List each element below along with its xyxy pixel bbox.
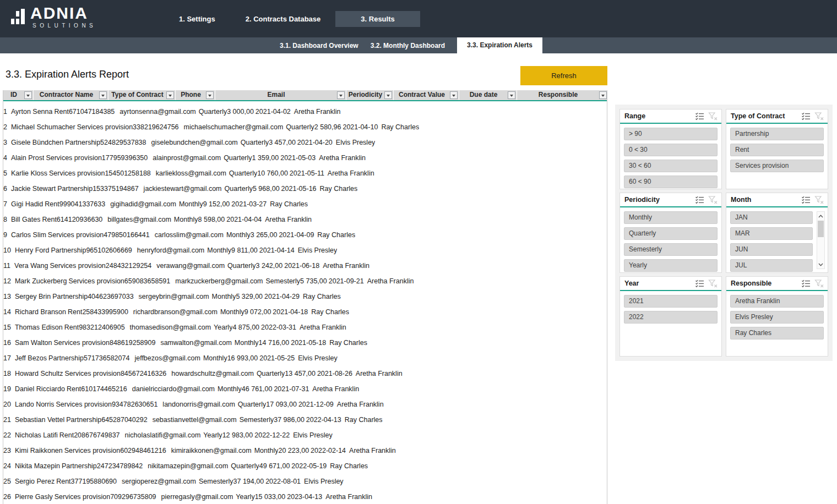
slicer-item[interactable]: Monthly	[624, 211, 718, 224]
slicer-item[interactable]: Elvis Presley	[730, 311, 824, 324]
filter-dropdown-value[interactable]	[450, 91, 458, 99]
scroll-up-icon[interactable]	[817, 212, 824, 220]
filter-dropdown-email[interactable]	[337, 91, 345, 99]
cell-type: Services provision	[53, 493, 110, 501]
cell-responsible: Ray Charles	[342, 416, 383, 424]
slicer-item[interactable]: MAR	[730, 227, 813, 240]
filter-dropdown-phone[interactable]	[206, 91, 214, 99]
column-header-email: Email	[215, 90, 346, 100]
cell-responsible: Aretha Franklin	[316, 154, 366, 162]
cell-value: 9 072,00	[244, 308, 273, 316]
slicer-item[interactable]: > 90	[624, 128, 718, 140]
filter-dropdown-id[interactable]	[24, 91, 32, 99]
cell-value: 17 093,00	[266, 401, 298, 408]
cell-value: 9 811,00	[231, 246, 259, 254]
clear-filter-icon[interactable]	[708, 112, 718, 120]
scrollbar-thumb[interactable]	[818, 221, 824, 237]
cell-responsible: Ray Charles	[300, 293, 341, 300]
table-row: 10Henry FordPartnership965102606669henry…	[3, 243, 607, 258]
cell-due: 2021-04-20	[297, 139, 333, 146]
cell-type: Partnership	[56, 185, 93, 193]
slicer-item[interactable]: Ray Charles	[730, 327, 824, 339]
slicer-item[interactable]: 0 < 30	[624, 144, 718, 156]
tab-monthly-dashboard[interactable]: 3.2. Monthly Dashboard	[371, 42, 445, 50]
slicer-header: Range	[620, 109, 721, 124]
clear-filter-icon[interactable]	[814, 112, 824, 120]
slicer-item[interactable]: 30 < 60	[624, 160, 718, 172]
cell-name: Daniel Ricciardo	[13, 385, 65, 393]
slicer-item[interactable]: 2022	[624, 311, 718, 324]
filter-dropdown-responsible[interactable]	[599, 91, 607, 99]
filter-dropdown-name[interactable]	[99, 91, 107, 99]
multi-select-icon[interactable]	[801, 279, 811, 288]
slicer-item[interactable]: JUL	[730, 259, 813, 272]
scroll-down-icon[interactable]	[817, 261, 824, 268]
cell-type: Services provision	[44, 154, 101, 162]
cell-value: 4 875,00	[232, 324, 261, 331]
refresh-button[interactable]: Refresh	[520, 66, 607, 85]
cell-phone: 614120936630	[57, 216, 106, 223]
clear-filter-icon[interactable]	[708, 279, 718, 288]
cell-phone: 404623697033	[88, 293, 137, 300]
slicer-item[interactable]: Aretha Franklin	[730, 295, 824, 308]
multi-select-icon[interactable]	[695, 112, 704, 120]
slicer-items: MonthlyQuarterlySemesterlyYearly	[620, 207, 721, 272]
slicer-responsible: ResponsibleAretha FranklinElvis PresleyR…	[726, 276, 828, 357]
cell-email: landonorris@gmail.com	[161, 401, 235, 408]
nav-settings[interactable]: 1. Settings	[179, 15, 215, 23]
filter-dropdown-due[interactable]	[508, 91, 515, 99]
slicer-item[interactable]: 60 < 90	[624, 176, 718, 188]
column-header-responsible: Responsible	[517, 90, 608, 100]
clear-filter-icon[interactable]	[814, 279, 824, 288]
slicer-periodicity: PeriodicityMonthlyQuarterlySemesterlyYea…	[619, 193, 722, 273]
cell-responsible: Ray Charles	[308, 308, 349, 316]
cell-id: 20	[3, 401, 13, 408]
filter-dropdown-type[interactable]	[166, 91, 174, 99]
clear-filter-icon[interactable]	[814, 195, 824, 204]
cell-responsible: Elvis Presley	[333, 139, 376, 146]
multi-select-icon[interactable]	[801, 195, 811, 204]
cell-id: 15	[3, 324, 13, 331]
clear-filter-icon[interactable]	[708, 195, 718, 204]
cell-type: Rent	[40, 216, 56, 223]
slicer-item[interactable]: JAN	[730, 211, 813, 224]
slicer-item[interactable]: Rent	[730, 144, 824, 156]
slicer-header-icons	[801, 279, 828, 288]
slicer-item[interactable]: 2021	[624, 295, 718, 308]
multi-select-icon[interactable]	[801, 112, 811, 120]
multi-select-icon[interactable]	[695, 279, 704, 288]
tab-expiration-alerts[interactable]: 3.3. Expiration Alerts	[457, 37, 542, 53]
cell-phone: 208676749837	[74, 431, 123, 439]
cell-type: Services provision	[75, 123, 133, 131]
cell-email: kimiraikkonen@gmail.com	[170, 447, 252, 454]
cell-email: ayrtonsenna@gmail.com	[118, 108, 195, 116]
cell-email: nicholaslatifi@gmail.com	[124, 431, 201, 439]
cell-value: 46 761,00	[242, 385, 274, 393]
slicer-item[interactable]: Services provision	[730, 160, 824, 172]
top-navigation-bar: ADNIA SOLUTIONS 1. Settings 2. Contracts…	[0, 0, 837, 37]
sub-navigation-bar: 3.1. Dashboard Overview 3.2. Monthly Das…	[0, 37, 837, 53]
slicer-items: > 900 < 3030 < 6060 < 90	[620, 124, 721, 188]
cell-periodicity: Quarterly	[254, 370, 285, 377]
cell-phone: 153375194867	[93, 185, 142, 193]
cell-name: Richard Branson	[13, 308, 66, 316]
table-row: 4Alain ProstServices provision1779593963…	[3, 150, 607, 166]
nav-results[interactable]: 3. Results	[335, 11, 420, 27]
cell-value: 3 457,00	[269, 139, 297, 146]
cell-name: Sergio Perez	[13, 478, 55, 485]
slicer-item[interactable]: Partnership	[730, 128, 824, 140]
cell-phone: 671047184385	[69, 108, 118, 116]
table-row: 1Ayrton SennaRent671047184385ayrtonsenna…	[3, 104, 607, 119]
nav-contracts-database[interactable]: 2. Contracts Database	[246, 15, 321, 23]
slicer-item[interactable]: JUN	[730, 243, 813, 256]
cell-id: 4	[3, 154, 9, 162]
multi-select-icon[interactable]	[695, 195, 704, 204]
slicer-item[interactable]: Semesterly	[624, 243, 718, 256]
slicer-item[interactable]: Quarterly	[624, 227, 718, 240]
cell-responsible: Aretha Franklin	[334, 401, 384, 408]
cell-periodicity: Quarterly	[226, 169, 257, 177]
slicer-item[interactable]: Yearly	[624, 259, 718, 272]
tab-dashboard-overview[interactable]: 3.1. Dashboard Overview	[280, 42, 358, 50]
filter-dropdown-periodicity[interactable]	[384, 91, 392, 99]
slicer-scrollbar[interactable]	[817, 211, 825, 269]
